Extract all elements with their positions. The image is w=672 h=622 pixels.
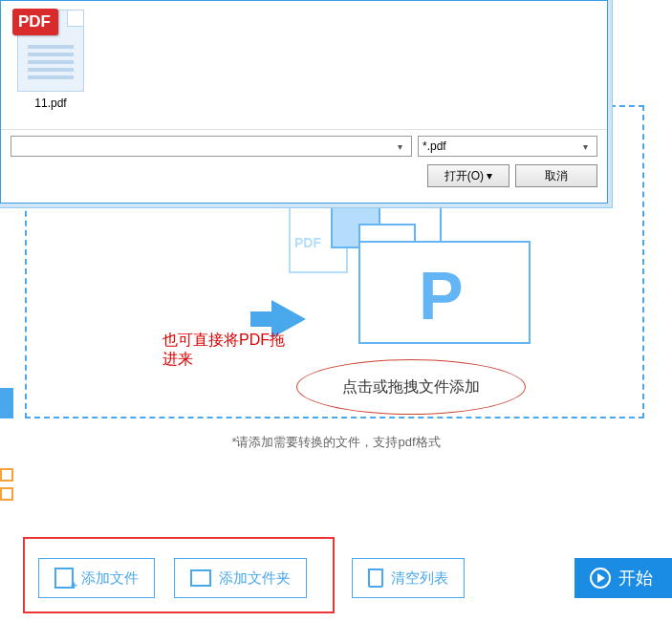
open-button-label: 打开(O)	[444, 169, 484, 182]
sidebar-orange-icon[interactable]	[0, 468, 13, 482]
play-icon	[590, 568, 611, 589]
hint-text: *请添加需要转换的文件，支持pdf格式	[0, 434, 672, 451]
file-name-label: 11.pdf	[5, 97, 97, 110]
start-button[interactable]: 开始	[574, 558, 672, 598]
add-folder-button[interactable]: 添加文件夹	[174, 558, 307, 598]
drag-annotation: 也可直接将PDF拖进来	[163, 331, 285, 369]
arrow-icon	[250, 311, 273, 327]
open-button[interactable]: 打开(O) ▾	[427, 164, 509, 187]
p-logo-icon: P	[419, 258, 464, 334]
add-file-button[interactable]: 添加文件	[38, 558, 155, 598]
add-file-label: 添加文件	[81, 569, 139, 588]
clear-list-label: 清空列表	[391, 569, 448, 588]
pdf-badge-icon: PDF	[12, 9, 58, 35]
drag-annotation-text: 也可直接将PDF拖进来	[163, 332, 285, 367]
chevron-down-icon: ▾	[392, 141, 407, 152]
file-filter-label: *.pdf	[423, 139, 446, 153]
filename-combo[interactable]: ▾	[11, 136, 412, 157]
cancel-button[interactable]: 取消	[515, 164, 597, 187]
file-open-dialog: PDF 11.pdf ▾ *.pdf ▾ 打开(O) ▾ 取消	[0, 0, 608, 204]
chevron-down-icon: ▾	[577, 141, 593, 152]
file-list-area[interactable]: PDF 11.pdf	[1, 1, 607, 130]
sidebar-orange-icon[interactable]	[0, 487, 13, 501]
drop-ellipse-text: 点击或拖拽文件添加	[342, 377, 480, 397]
file-item[interactable]: PDF 11.pdf	[5, 5, 97, 110]
file-plus-icon	[54, 568, 74, 589]
folder-tab-icon	[358, 224, 416, 243]
drop-ellipse[interactable]: 点击或拖拽文件添加	[296, 359, 526, 415]
add-folder-label: 添加文件夹	[219, 569, 291, 588]
folder-plus-icon	[190, 569, 211, 587]
clear-list-button[interactable]: 清空列表	[352, 558, 465, 598]
trash-icon	[368, 568, 383, 588]
pdf-stack-label: PDF	[294, 235, 321, 250]
file-filter-select[interactable]: *.pdf ▾	[418, 136, 597, 157]
dropdown-split-icon: ▾	[487, 169, 492, 182]
sidebar-selected-item[interactable]	[0, 388, 13, 418]
start-label: 开始	[618, 567, 653, 590]
